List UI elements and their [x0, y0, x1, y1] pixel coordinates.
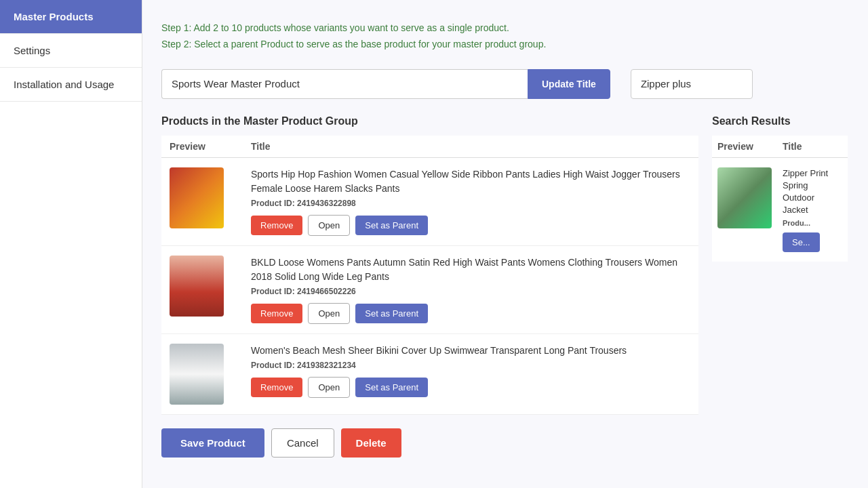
set-as-parent-button[interactable]: Set as Parent: [355, 216, 428, 235]
product-actions: Remove Open Set as Parent: [251, 377, 690, 398]
product-title: Women's Beach Mesh Sheer Bikini Cover Up…: [251, 344, 690, 358]
product-info-cell: Women's Beach Mesh Sheer Bikini Cover Up…: [243, 333, 698, 414]
product-id: Product ID: 2419466502226: [251, 287, 690, 296]
product-image: [170, 344, 224, 405]
product-info-cell: Sports Hip Hop Fashion Women Casual Yell…: [243, 157, 698, 245]
instructions: Step 1: Add 2 to 10 products whose varia…: [161, 20, 848, 53]
search-col-title: Title: [777, 136, 848, 158]
search-results-title: Search Results: [712, 115, 848, 127]
search-product-image: [717, 167, 772, 228]
product-preview-cell: [161, 333, 243, 414]
update-title-button[interactable]: Update Title: [528, 69, 610, 99]
product-actions: Remove Open Set as Parent: [251, 215, 690, 236]
product-actions: Remove Open Set as Parent: [251, 303, 690, 324]
remove-button[interactable]: Remove: [251, 304, 302, 323]
open-button[interactable]: Open: [308, 215, 350, 236]
open-button[interactable]: Open: [308, 377, 350, 398]
bottom-actions: Save Product Cancel Delete: [161, 428, 698, 458]
open-button[interactable]: Open: [308, 303, 350, 324]
table-row: Sports Hip Hop Fashion Women Casual Yell…: [161, 157, 698, 245]
table-row: Women's Beach Mesh Sheer Bikini Cover Up…: [161, 333, 698, 414]
sidebar-label-settings: Settings: [14, 45, 50, 56]
search-results-panel: Search Results Preview Title Zipper Prin…: [712, 115, 848, 458]
search-result-row: Zipper Print Spring Outdoor Jacket Produ…: [712, 157, 848, 262]
product-preview-cell: [161, 157, 243, 245]
select-search-product-button[interactable]: Se...: [783, 232, 820, 252]
search-table: Preview Title Zipper Print Spring Outdoo…: [712, 136, 848, 262]
sidebar-item-settings[interactable]: Settings: [0, 34, 142, 68]
content-split: Products in the Master Product Group Pre…: [161, 115, 848, 458]
remove-button[interactable]: Remove: [251, 378, 302, 397]
search-product-title: Zipper Print Spring Outdoor Jacket: [783, 167, 842, 217]
product-title: BKLD Loose Womens Pants Autumn Satin Red…: [251, 256, 690, 284]
product-preview-cell: [161, 245, 243, 333]
remove-button[interactable]: Remove: [251, 216, 302, 235]
sidebar: Master Products Settings Installation an…: [0, 0, 142, 488]
instruction-step2: Step 2: Select a parent Product to serve…: [161, 37, 848, 53]
product-title: Sports Hip Hop Fashion Women Casual Yell…: [251, 167, 690, 196]
table-row: BKLD Loose Womens Pants Autumn Satin Red…: [161, 245, 698, 333]
instruction-step1: Step 1: Add 2 to 10 products whose varia…: [161, 20, 848, 37]
sidebar-label-master-products: Master Products: [14, 11, 94, 22]
search-preview-cell: [712, 157, 777, 262]
save-product-button[interactable]: Save Product: [161, 428, 264, 458]
product-id: Product ID: 2419436322898: [251, 199, 690, 208]
sidebar-item-master-products[interactable]: Master Products: [0, 0, 142, 34]
search-product-id: Produ...: [783, 219, 842, 227]
product-info-cell: BKLD Loose Womens Pants Autumn Satin Red…: [243, 245, 698, 333]
products-panel: Products in the Master Product Group Pre…: [161, 115, 698, 458]
master-product-title-input[interactable]: [161, 69, 528, 99]
search-col-preview: Preview: [712, 136, 777, 158]
products-section-title: Products in the Master Product Group: [161, 115, 698, 127]
products-table: Preview Title Sports Hip Hop Fashion Wom…: [161, 136, 698, 415]
set-as-parent-button[interactable]: Set as Parent: [355, 378, 428, 397]
col-header-preview: Preview: [161, 136, 243, 158]
main-content: Step 1: Add 2 to 10 products whose varia…: [142, 0, 868, 488]
sidebar-item-installation-usage[interactable]: Installation and Usage: [0, 68, 142, 102]
search-input[interactable]: [631, 69, 753, 99]
col-header-title: Title: [243, 136, 698, 158]
set-as-parent-button[interactable]: Set as Parent: [355, 304, 428, 323]
delete-button[interactable]: Delete: [341, 428, 401, 458]
title-row: Update Title: [161, 69, 848, 99]
cancel-button[interactable]: Cancel: [271, 428, 334, 458]
search-info-cell: Zipper Print Spring Outdoor Jacket Produ…: [777, 157, 848, 262]
product-image: [170, 256, 224, 317]
sidebar-label-installation: Installation and Usage: [14, 79, 114, 90]
product-id: Product ID: 2419382321234: [251, 361, 690, 370]
product-image: [170, 167, 224, 228]
